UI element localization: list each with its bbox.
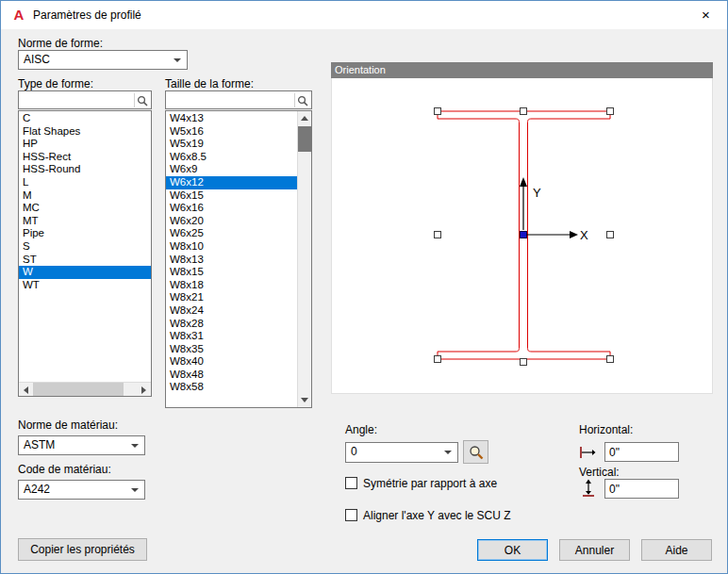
- center-grip: [521, 232, 527, 238]
- scrollbar-thumb[interactable]: [298, 126, 311, 152]
- dialog-title: Paramètres de profilé: [33, 1, 141, 29]
- list-item[interactable]: C: [19, 112, 151, 125]
- horizontal-scrollbar[interactable]: [19, 382, 151, 396]
- list-item[interactable]: S: [19, 240, 151, 254]
- list-item[interactable]: Pipe: [19, 227, 151, 240]
- list-item[interactable]: W5x16: [166, 125, 297, 139]
- chevron-down-icon: [131, 444, 139, 448]
- axis-x-label: X: [580, 228, 588, 242]
- shape-standard-label: Norme de forme:: [18, 37, 103, 50]
- material-code-dropdown[interactable]: A242: [18, 480, 145, 500]
- shape-type-search-input[interactable]: [19, 91, 132, 108]
- material-code-label: Code de matériau:: [18, 463, 111, 476]
- shape-size-search-input[interactable]: [166, 91, 292, 108]
- list-item[interactable]: HSS-Round: [19, 163, 151, 176]
- material-code-value: A242: [24, 483, 50, 496]
- vertical-scrollbar[interactable]: [297, 111, 311, 407]
- cancel-button[interactable]: Annuler: [559, 539, 630, 561]
- list-item[interactable]: W: [19, 266, 151, 279]
- autocad-logo-icon: A: [10, 7, 27, 24]
- horizontal-offset-input[interactable]: [604, 442, 679, 462]
- scroll-right-icon[interactable]: [141, 386, 146, 394]
- chevron-down-icon: [174, 58, 181, 62]
- scroll-down-icon[interactable]: [301, 398, 308, 402]
- list-item[interactable]: HP: [19, 138, 151, 151]
- list-item[interactable]: W4x13: [166, 112, 297, 125]
- list-item[interactable]: W6x16: [166, 202, 297, 215]
- shape-standard-value: AISC: [24, 53, 50, 66]
- orientation-preview: Y X: [331, 78, 713, 394]
- list-item[interactable]: W6x15: [166, 189, 297, 203]
- list-item[interactable]: W6x12: [166, 176, 297, 189]
- shape-type-search: [18, 90, 152, 109]
- list-item[interactable]: W8x58: [166, 381, 297, 394]
- list-item[interactable]: W8x40: [166, 355, 297, 369]
- list-item[interactable]: W8x15: [166, 266, 297, 279]
- angle-dropdown[interactable]: 0: [345, 442, 458, 463]
- list-item[interactable]: W8x31: [166, 330, 297, 343]
- list-item[interactable]: HSS-Rect: [19, 151, 151, 164]
- search-icon[interactable]: [294, 93, 309, 107]
- copy-properties-button[interactable]: Copier les propriétés: [18, 538, 147, 561]
- list-item[interactable]: W8x10: [166, 240, 297, 254]
- list-item[interactable]: W5x19: [166, 138, 297, 151]
- list-item[interactable]: W6x25: [166, 227, 297, 240]
- scroll-left-icon[interactable]: [24, 386, 28, 394]
- shape-size-list: W4x13W5x16W5x19W6x8.5W6x9W6x12W6x15W6x16…: [166, 112, 297, 407]
- list-item[interactable]: W8x13: [166, 254, 297, 267]
- scroll-up-icon[interactable]: [301, 116, 308, 121]
- axis-y-label: Y: [533, 186, 541, 200]
- list-item[interactable]: M: [19, 189, 151, 203]
- angle-label: Angle:: [345, 423, 377, 436]
- ok-button[interactable]: OK: [477, 539, 548, 561]
- mirror-checkbox-label: Symétrie par rapport à axe: [363, 477, 497, 490]
- align-checkbox-label: Aligner l'axe Y avec le SCU Z: [363, 509, 511, 522]
- list-item[interactable]: W8x35: [166, 343, 297, 356]
- shape-type-label: Type de forme:: [18, 77, 93, 90]
- list-item[interactable]: ST: [19, 254, 151, 267]
- close-button[interactable]: ×: [685, 1, 727, 28]
- list-item[interactable]: W8x24: [166, 304, 297, 318]
- mirror-option-row: Symétrie par rapport à axe: [345, 476, 497, 489]
- list-item[interactable]: W8x18: [166, 279, 297, 292]
- list-item[interactable]: W6x8.5: [166, 151, 297, 164]
- material-standard-dropdown[interactable]: ASTM: [18, 435, 145, 455]
- shape-type-list: CFlat ShapesHPHSS-RectHSS-RoundLMMCMTPip…: [19, 112, 151, 382]
- help-button[interactable]: Aide: [641, 539, 712, 561]
- shape-size-search: [165, 90, 312, 109]
- chevron-down-icon: [131, 488, 139, 492]
- list-item[interactable]: W8x48: [166, 369, 297, 382]
- horizontal-offset-icon: [579, 445, 596, 460]
- list-item[interactable]: MC: [19, 202, 151, 215]
- pick-angle-button[interactable]: [463, 440, 488, 464]
- vertical-offset-input[interactable]: [604, 479, 679, 499]
- scrollbar-thumb[interactable]: [33, 383, 124, 396]
- list-item[interactable]: W8x28: [166, 318, 297, 331]
- ucs-axes: [520, 177, 578, 238]
- pick-magnifier-icon: [469, 445, 484, 460]
- angle-value: 0: [351, 445, 357, 458]
- list-item[interactable]: WT: [19, 279, 151, 292]
- horizontal-label: Horizontal:: [579, 423, 633, 436]
- list-item[interactable]: MT: [19, 215, 151, 228]
- orientation-header: Orientation: [331, 62, 713, 78]
- shape-size-listbox: W4x13W5x16W5x19W6x8.5W6x9W6x12W6x15W6x16…: [165, 110, 312, 408]
- align-option-row: Aligner l'axe Y avec le SCU Z: [345, 508, 511, 521]
- profile-parameters-dialog: A Paramètres de profilé × Norme de forme…: [0, 0, 728, 574]
- beam-cross-section: Y X: [332, 78, 712, 392]
- vertical-offset-icon: [581, 479, 596, 498]
- search-icon[interactable]: [134, 93, 149, 107]
- list-item[interactable]: Flat Shapes: [19, 125, 151, 139]
- list-item[interactable]: W6x20: [166, 215, 297, 228]
- list-item[interactable]: W8x21: [166, 291, 297, 304]
- shape-standard-dropdown[interactable]: AISC: [18, 50, 188, 70]
- orientation-panel: Orientation: [331, 62, 713, 394]
- shape-size-label: Taille de la forme:: [165, 77, 254, 90]
- align-checkbox[interactable]: [345, 509, 357, 521]
- material-standard-value: ASTM: [24, 438, 55, 451]
- list-item[interactable]: L: [19, 176, 151, 189]
- shape-type-listbox: CFlat ShapesHPHSS-RectHSS-RoundLMMCMTPip…: [18, 110, 152, 397]
- material-standard-label: Norme de matériau:: [18, 418, 118, 432]
- list-item[interactable]: W6x9: [166, 163, 297, 176]
- mirror-checkbox[interactable]: [345, 477, 357, 489]
